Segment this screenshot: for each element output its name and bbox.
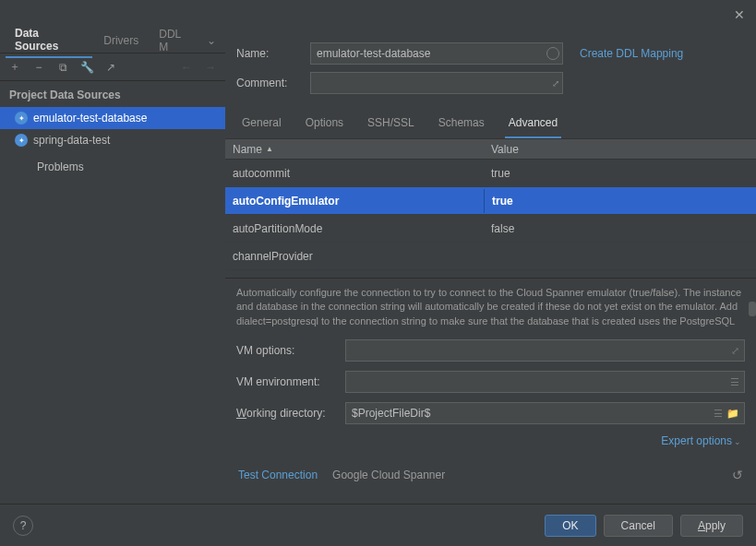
color-circle-icon[interactable] — [546, 47, 559, 60]
left-toolbar: ＋ − ⧉ 🔧 ↗ ← → — [0, 53, 225, 81]
revert-icon[interactable]: ↺ — [732, 468, 743, 482]
list-icon[interactable]: ☰ — [714, 408, 723, 420]
scrollbar-thumb[interactable] — [749, 302, 756, 316]
forward-icon[interactable]: → — [203, 60, 218, 75]
comment-row: Comment: ⤢ — [225, 68, 756, 98]
prop-value[interactable] — [484, 251, 756, 262]
data-source-label: emulator-test-database — [33, 112, 147, 125]
inner-tabs: General Options SSH/SSL Schemas Advanced — [225, 103, 756, 139]
prop-value[interactable]: false — [484, 217, 756, 241]
name-label: Name: — [236, 47, 301, 60]
main-area: Data Sources Drivers DDL M ⌄ ＋ − ⧉ 🔧 ↗ ←… — [0, 0, 756, 504]
properties-table: Name ▲ Value autocommit true autoConfigE… — [225, 139, 756, 270]
header-name-label: Name — [233, 143, 262, 156]
wrench-icon[interactable]: 🔧 — [79, 60, 94, 75]
copy-icon[interactable]: ⧉ — [55, 60, 70, 75]
tab-advanced[interactable]: Advanced — [505, 111, 561, 138]
vm-env-label: VM environment: — [236, 375, 336, 388]
name-row: Name: Create DDL Mapping — [225, 39, 756, 68]
right-pane: Name: Create DDL Mapping Comment: ⤢ Gene… — [225, 28, 756, 504]
tab-ssh-ssl[interactable]: SSH/SSL — [364, 111, 418, 138]
left-pane: Data Sources Drivers DDL M ⌄ ＋ − ⧉ 🔧 ↗ ←… — [0, 28, 225, 504]
property-description: Automatically configure the connection t… — [225, 278, 756, 329]
close-button[interactable]: ✕ — [732, 7, 747, 22]
prop-name: channelProvider — [225, 244, 484, 268]
prop-value[interactable]: true — [484, 189, 756, 213]
sort-asc-icon: ▲ — [266, 145, 273, 153]
expert-options-label: Expert options — [661, 434, 732, 447]
back-icon[interactable]: ← — [179, 60, 194, 75]
expert-options-link[interactable]: Expert options⌄ — [661, 434, 741, 447]
help-button[interactable]: ? — [13, 516, 33, 536]
remove-icon[interactable]: − — [31, 60, 46, 75]
connection-row: Test Connection Google Cloud Spanner ↺ — [225, 458, 756, 492]
driver-label: Google Cloud Spanner — [332, 469, 445, 481]
prop-name: autocommit — [225, 161, 484, 185]
vm-env-input[interactable] — [345, 371, 745, 393]
working-dir-input[interactable] — [345, 402, 745, 424]
chevron-down-icon: ⌄ — [734, 437, 741, 446]
tab-schemas[interactable]: Schemas — [435, 111, 488, 138]
folder-icon[interactable]: 📁 — [726, 408, 739, 420]
data-source-label: spring-data-test — [33, 134, 110, 147]
vm-env-row: VM environment: ☰ — [225, 366, 756, 398]
spanner-icon: ✦ — [15, 134, 28, 147]
tab-ddl-mappings[interactable]: DDL M — [150, 24, 201, 57]
table-row[interactable]: autoConfigEmulator true — [225, 187, 756, 215]
data-source-item-spring[interactable]: ✦ spring-data-test — [0, 129, 225, 151]
spanner-icon: ✦ — [15, 112, 28, 125]
table-row[interactable]: autocommit true — [225, 160, 756, 187]
problems-item[interactable]: Problems — [0, 151, 225, 177]
lower-form: VM options: ⤢ VM environment: ☰ Working … — [225, 335, 756, 453]
tab-general[interactable]: General — [238, 111, 285, 138]
expand-icon[interactable]: ⤢ — [552, 78, 559, 89]
data-source-item-emulator[interactable]: ✦ emulator-test-database — [0, 107, 225, 129]
working-dir-label: Working directory: — [236, 407, 336, 420]
header-value[interactable]: Value — [484, 139, 756, 159]
comment-label: Comment: — [236, 77, 301, 89]
tab-data-sources[interactable]: Data Sources — [6, 23, 92, 58]
comment-input[interactable] — [310, 72, 563, 94]
prop-name: autoConfigEmulator — [225, 189, 484, 213]
expert-options-row: Expert options⌄ — [225, 429, 756, 453]
header-name[interactable]: Name ▲ — [225, 139, 484, 159]
ok-button[interactable]: OK — [545, 515, 595, 537]
name-input[interactable] — [310, 42, 563, 65]
table-header: Name ▲ Value — [225, 139, 756, 160]
tab-drivers[interactable]: Drivers — [94, 30, 148, 51]
tab-overflow-chevron-icon[interactable]: ⌄ — [203, 34, 220, 47]
tab-options[interactable]: Options — [302, 111, 347, 138]
working-dir-row: Working directory: ☰ 📁 — [225, 398, 756, 429]
table-row[interactable]: autoPartitionMode false — [225, 215, 756, 243]
button-bar: ? OK Cancel Apply — [0, 504, 756, 546]
top-tabs: Data Sources Drivers DDL M ⌄ — [0, 28, 225, 53]
vm-options-label: VM options: — [236, 344, 336, 357]
cancel-button[interactable]: Cancel — [604, 515, 673, 537]
create-ddl-mapping-link[interactable]: Create DDL Mapping — [580, 47, 683, 60]
vm-options-row: VM options: ⤢ — [225, 335, 756, 366]
add-icon[interactable]: ＋ — [7, 60, 22, 75]
vm-options-input[interactable] — [345, 339, 745, 362]
apply-button[interactable]: Apply — [680, 515, 743, 537]
prop-name: autoPartitionMode — [225, 217, 484, 241]
list-icon[interactable]: ☰ — [730, 376, 739, 388]
section-header: Project Data Sources — [0, 81, 225, 107]
expand-icon[interactable]: ⤢ — [731, 345, 739, 357]
prop-value[interactable]: true — [484, 161, 756, 185]
table-row[interactable]: channelProvider — [225, 243, 756, 270]
test-connection-link[interactable]: Test Connection — [238, 469, 318, 481]
external-icon[interactable]: ↗ — [103, 60, 118, 75]
